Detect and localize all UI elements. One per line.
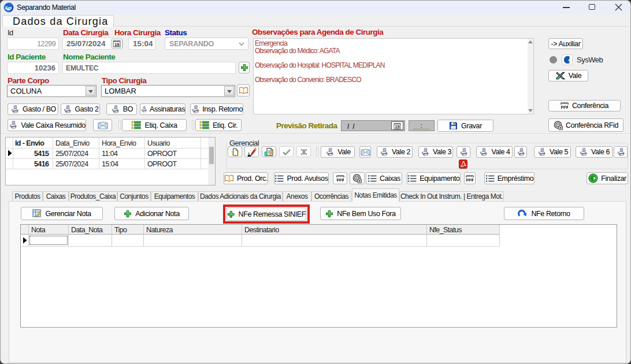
svg-text:Sys: Sys	[5, 6, 12, 10]
